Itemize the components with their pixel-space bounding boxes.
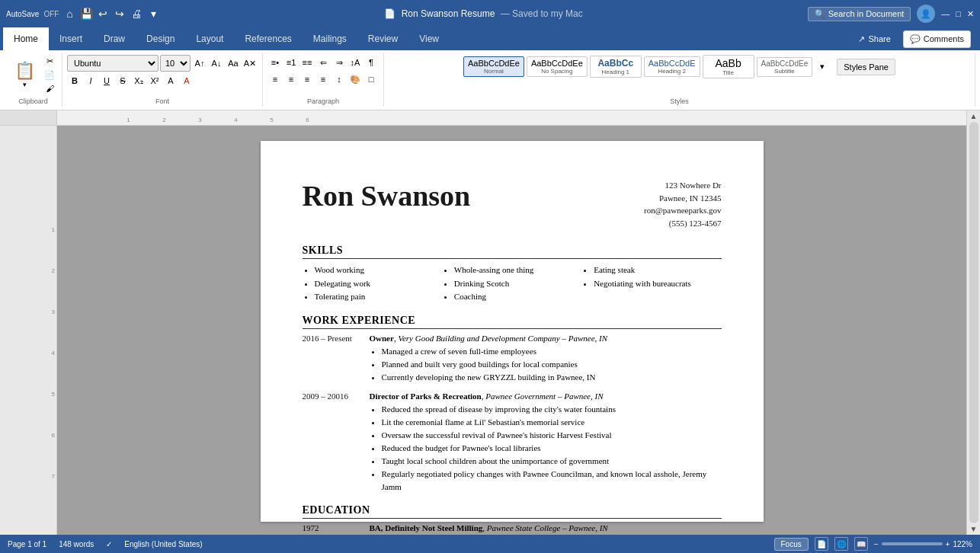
tab-draw[interactable]: Draw (93, 27, 136, 50)
education-title: EDUCATION (303, 504, 722, 519)
horizontal-ruler: 1 2 3 4 5 6 (57, 110, 966, 126)
scroll-thumb[interactable] (969, 122, 978, 523)
autosave-toggle[interactable]: OFF (43, 10, 59, 18)
proofing-icon[interactable]: ✓ (106, 540, 112, 548)
style-heading1[interactable]: AaBbCc Heading 1 (590, 56, 642, 78)
font-selector[interactable]: Ubuntu (67, 55, 159, 72)
align-center[interactable]: ≡ (283, 72, 299, 87)
scroll-up[interactable]: ▲ (970, 112, 978, 120)
font-group: Ubuntu 10 A↑ A↓ Aa A✕ B I U S X₂ X² (62, 53, 263, 107)
align-right[interactable]: ≡ (299, 72, 315, 87)
styles-group: AaBbCcDdEe Normal AaBbCcDdEe No Spacing … (384, 53, 975, 107)
styles-pane-button[interactable]: Styles Pane (837, 59, 895, 75)
work-details-2: Director of Parks & Recreation, Pawnee G… (370, 392, 722, 494)
view-print-layout[interactable]: 📄 (815, 537, 828, 551)
search-box[interactable]: 🔍 Search in Document (808, 7, 911, 21)
clipboard-label: Clipboard (18, 96, 48, 105)
tab-layout[interactable]: Layout (185, 27, 234, 50)
justify[interactable]: ≡ (315, 72, 331, 87)
share-icon: ↗ (858, 34, 865, 44)
numbering-button[interactable]: ≡1 (283, 55, 299, 70)
focus-button[interactable]: Focus (774, 538, 809, 551)
increase-indent[interactable]: ⇒ (331, 55, 347, 70)
zoom-slider[interactable] (882, 542, 943, 545)
font-size-selector[interactable]: 10 (160, 55, 191, 72)
superscript-button[interactable]: X² (147, 73, 162, 88)
view-read-mode[interactable]: 📖 (854, 537, 868, 551)
paste-icon: 📋 (14, 61, 35, 81)
search-label: Search in Document (828, 9, 905, 18)
zoom-out-icon[interactable]: − (874, 540, 879, 548)
save-icon[interactable]: 💾 (80, 8, 92, 20)
zoom-in-icon[interactable]: + (946, 540, 950, 548)
work-details-1: Owner, Very Good Building and Developmen… (370, 334, 722, 384)
document-page: Ron Swanson 123 Nowhere Dr Pawnee, IN 12… (261, 141, 764, 522)
bullets-button[interactable]: ≡• (267, 55, 283, 70)
education-section: EDUCATION 1972 BA, Definitely Not Steel … (303, 504, 722, 532)
change-case[interactable]: Aa (226, 56, 241, 71)
work-entry-2: 2009 – 20016 Director of Parks & Recreat… (303, 392, 722, 494)
view-web-layout[interactable]: 🌐 (834, 537, 848, 551)
user-avatar[interactable]: 👤 (917, 5, 935, 23)
customize-icon[interactable]: ▾ (147, 8, 159, 20)
style-normal[interactable]: AaBbCcDdEe Normal (463, 56, 524, 77)
text-highlight[interactable]: A (163, 73, 178, 88)
style-subtitle[interactable]: AaBbCcDdEe Subtitle (757, 57, 813, 77)
tab-insert[interactable]: Insert (49, 27, 93, 50)
bold-button[interactable]: B (67, 73, 82, 88)
home-icon[interactable]: ⌂ (63, 8, 75, 20)
tab-design[interactable]: Design (136, 27, 185, 50)
comments-button[interactable]: 💬 Comments (903, 30, 971, 48)
tab-references[interactable]: References (234, 27, 302, 50)
print-icon[interactable]: 🖨 (130, 8, 143, 20)
search-icon: 🔍 (815, 9, 825, 19)
font-color[interactable]: A (179, 73, 194, 88)
skills-title: SKILLS (303, 245, 722, 259)
window-close[interactable]: ✕ (967, 9, 974, 19)
edu-year: 1972 (303, 523, 370, 532)
style-title[interactable]: AaBb Title (703, 55, 754, 78)
tab-home[interactable]: Home (3, 27, 49, 50)
window-maximize[interactable]: □ (956, 9, 961, 18)
style-heading2[interactable]: AaBbCcDdE Heading 2 (644, 56, 700, 77)
undo-icon[interactable]: ↩ (97, 8, 109, 20)
decrease-indent[interactable]: ⇐ (315, 55, 331, 70)
show-formatting[interactable]: ¶ (363, 55, 379, 70)
align-left[interactable]: ≡ (267, 72, 283, 87)
subscript-button[interactable]: X₂ (131, 73, 146, 88)
left-margin-ruler: 1 2 3 4 5 6 7 (0, 110, 57, 535)
content-area: 1 2 3 4 5 6 7 1 2 3 4 5 (0, 110, 980, 535)
tab-mailings[interactable]: Mailings (303, 27, 357, 50)
title-bar-right: 🔍 Search in Document 👤 — □ ✕ (808, 5, 974, 23)
borders-button[interactable]: □ (363, 72, 379, 87)
scroll-down[interactable]: ▼ (970, 525, 978, 533)
line-spacing[interactable]: ↕ (331, 72, 347, 87)
copy-button[interactable]: 📄 (42, 69, 57, 82)
styles-more[interactable]: ▾ (815, 59, 830, 75)
redo-icon[interactable]: ↪ (114, 8, 126, 20)
style-no-spacing[interactable]: AaBbCcDdEe No Spacing (527, 56, 588, 77)
document-area[interactable]: Ron Swanson 123 Nowhere Dr Pawnee, IN 12… (57, 126, 966, 535)
window-minimize[interactable]: — (941, 9, 950, 18)
share-button[interactable]: ↗ Share (849, 31, 899, 47)
title-bar-left: AutoSave OFF ⌂ 💾 ↩ ↪ 🖨 ▾ (6, 8, 159, 20)
shading-button[interactable]: 🎨 (347, 72, 363, 87)
italic-button[interactable]: I (83, 73, 98, 88)
multilevel-list[interactable]: ≡≡ (299, 55, 315, 70)
paste-button[interactable]: 📋 ▾ (9, 59, 40, 91)
format-painter-button[interactable]: 🖌 (42, 82, 57, 94)
clear-formatting[interactable]: A✕ (242, 56, 258, 71)
ruler-corner (0, 110, 56, 126)
work-dates-2: 2009 – 20016 (303, 392, 370, 494)
font-size-decrease[interactable]: A↓ (209, 56, 224, 71)
work-title: WORK EXPERIENCE (303, 315, 722, 329)
strikethrough-button[interactable]: S (115, 73, 130, 88)
tab-view[interactable]: View (408, 27, 450, 50)
scrollbar[interactable]: ▲ ▼ (966, 110, 980, 535)
title-bar: AutoSave OFF ⌂ 💾 ↩ ↪ 🖨 ▾ 📄 Ron Swanson R… (0, 0, 980, 27)
cut-button[interactable]: ✂ (42, 55, 57, 68)
underline-button[interactable]: U (99, 73, 114, 88)
font-size-increase[interactable]: A↑ (192, 56, 207, 71)
tab-review[interactable]: Review (357, 27, 408, 50)
sort-button[interactable]: ↕A (347, 55, 363, 70)
